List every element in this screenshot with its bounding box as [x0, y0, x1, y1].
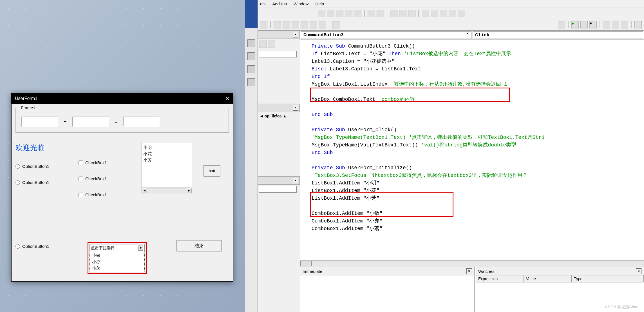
listbox1[interactable]: 小明 小花 小芳 — [142, 143, 192, 188]
toolbar-icon[interactable] — [458, 10, 465, 17]
run-icon[interactable]: ▶ — [571, 21, 579, 28]
watermark: CSDN @煮酒Shae — [605, 305, 638, 310]
immediate-body[interactable] — [300, 275, 474, 312]
watch-col-expression[interactable]: Expression — [476, 275, 524, 282]
toolbar-icon[interactable] — [292, 21, 299, 28]
tool-icon[interactable] — [247, 39, 255, 47]
view-proc-icon[interactable] — [306, 261, 312, 266]
object-dropdown[interactable]: CommandButton3˅ — [301, 31, 471, 39]
option-label: OptionButton1 — [22, 180, 49, 185]
code-hscroll[interactable] — [300, 260, 644, 267]
watch-col-type[interactable]: Type — [572, 275, 644, 282]
scroll-left-icon[interactable]: ◄ — [142, 188, 147, 193]
toolbar-icon[interactable] — [558, 21, 565, 28]
procedure-dropdown[interactable]: Click — [473, 31, 643, 39]
toolbar-icon[interactable] — [327, 10, 334, 17]
tool-icon[interactable] — [247, 78, 255, 86]
help-icon[interactable] — [332, 21, 339, 28]
toolbar-icon[interactable] — [399, 10, 406, 17]
close-icon[interactable]: × — [293, 105, 298, 111]
checkbox1-a[interactable] — [79, 161, 83, 165]
textbox3[interactable] — [123, 117, 160, 127]
close-icon[interactable]: × — [293, 32, 298, 37]
outdent-icon[interactable] — [377, 10, 384, 17]
toolbar-icon[interactable] — [336, 10, 343, 17]
watches-header: Expression Value Type — [476, 275, 644, 282]
chevron-up-icon[interactable]: ▲ — [283, 114, 287, 118]
close-icon[interactable]: ✕ — [225, 95, 229, 102]
step-out-icon[interactable] — [621, 21, 628, 28]
textbox1[interactable] — [21, 117, 58, 127]
watch-col-value[interactable]: Value — [524, 275, 572, 282]
toolbar-icon[interactable] — [274, 21, 281, 28]
toolbar-icon[interactable] — [634, 21, 642, 28]
stop-icon[interactable]: ■ — [589, 21, 597, 28]
step-into-icon[interactable] — [603, 21, 610, 28]
end-button[interactable]: 结束 — [176, 240, 222, 251]
toolbar-icon[interactable] — [431, 10, 438, 17]
frame-label: Frame1 — [19, 105, 37, 110]
close-icon[interactable]: × — [636, 268, 641, 274]
toolbar-icon[interactable] — [283, 21, 290, 28]
menu-help[interactable]: Help — [315, 1, 324, 6]
butt-button[interactable]: butt — [204, 165, 220, 177]
tool-icon[interactable] — [247, 52, 255, 60]
combo-item[interactable]: 小茗 — [90, 265, 144, 272]
procedure-name: Click — [475, 32, 489, 38]
pause-icon[interactable]: ⏸ — [580, 21, 588, 28]
toolbar-icon[interactable] — [310, 21, 317, 28]
combo-item[interactable]: 小敏 — [90, 252, 144, 259]
optionbutton1-c[interactable] — [15, 244, 20, 249]
toolbar-icon[interactable] — [319, 21, 326, 28]
indent-icon[interactable] — [368, 10, 375, 17]
step-over-icon[interactable] — [612, 21, 619, 28]
toolbar-icon[interactable] — [260, 21, 267, 28]
toolbar-icon[interactable] — [422, 10, 429, 17]
highlight-box-1 — [310, 88, 510, 102]
chevron-down-icon[interactable]: ˅ — [466, 32, 469, 38]
checkbox1-c[interactable] — [79, 193, 83, 197]
toolbar-icon[interactable] — [268, 41, 275, 48]
property-input[interactable] — [259, 186, 297, 193]
view-full-icon[interactable] — [300, 261, 306, 266]
vb-menubar: ols Add-Ins Window Help — [258, 0, 644, 8]
scroll-right-icon[interactable]: ► — [187, 188, 192, 193]
listbox-hscroll[interactable]: ◄ ► — [142, 188, 192, 193]
list-item[interactable]: 小花 — [143, 151, 191, 157]
immediate-title: Immediate — [303, 269, 322, 274]
toolbar-icon[interactable] — [345, 10, 352, 17]
menu-tools[interactable]: ols — [260, 1, 265, 6]
toolbar-icon[interactable] — [301, 21, 308, 28]
chevron-down-icon[interactable]: ▼ — [138, 246, 143, 251]
optionbutton1-a[interactable] — [15, 164, 20, 169]
checkbox1-b[interactable] — [79, 177, 83, 181]
toolbar-icon[interactable] — [260, 41, 267, 48]
combobox1[interactable]: 点击下拉选择 ▼ — [90, 244, 145, 252]
menu-addins[interactable]: Add-Ins — [272, 1, 287, 6]
combo-item[interactable]: 小亦 — [90, 259, 144, 265]
toolbar-icon[interactable] — [318, 10, 325, 17]
list-item[interactable]: 小芳 — [143, 157, 191, 164]
object-name: CommandButton3 — [303, 32, 344, 38]
menu-window[interactable]: Window — [294, 1, 308, 6]
toolbar-icon[interactable] — [449, 10, 456, 17]
code-editor[interactable]: Private Sub CommandButton3_Click() If Li… — [300, 40, 644, 258]
optionbutton1-b[interactable] — [15, 180, 20, 185]
userform-titlebar[interactable]: UserForm1 ✕ — [12, 93, 233, 104]
tool-icon[interactable] — [247, 65, 255, 73]
toolbar-icon[interactable] — [408, 10, 415, 17]
welcome-label: 欢迎光临 — [15, 143, 72, 153]
list-item[interactable]: 小明 — [143, 144, 191, 151]
plus-label: + — [64, 119, 67, 125]
userform-body: Frame1 + = 欢迎光临 OptionButton1 OptionButt… — [12, 104, 233, 282]
close-icon[interactable]: × — [466, 268, 472, 274]
option-label: OptionButton1 — [22, 164, 49, 169]
close-icon[interactable]: × — [293, 178, 298, 183]
toolbar-icon[interactable] — [354, 10, 361, 17]
hand-icon[interactable] — [390, 10, 397, 17]
search-input[interactable] — [259, 51, 297, 57]
project-explorer: × × ◄opFile\ca▲ × — [258, 30, 300, 312]
textbox2[interactable] — [72, 117, 109, 127]
toolbar-icon[interactable] — [440, 10, 447, 17]
chevron-left-icon[interactable]: ◄ — [260, 114, 263, 118]
